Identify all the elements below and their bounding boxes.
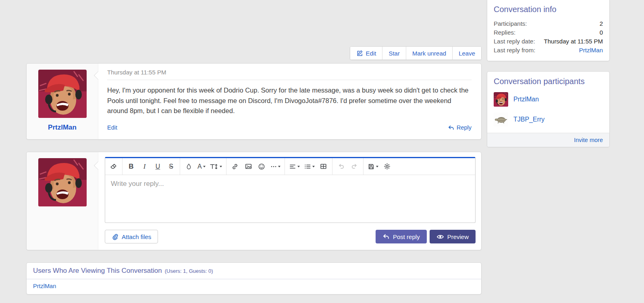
participant-name-link[interactable]: TJBP_Erry: [513, 116, 544, 123]
link-icon[interactable]: [229, 158, 242, 175]
info-label: Replies:: [494, 28, 515, 37]
participant-avatar[interactable]: [494, 92, 508, 107]
info-label: Last reply from:: [494, 46, 535, 55]
settings-gear-icon[interactable]: [380, 158, 394, 175]
mark-unread-button[interactable]: Mark unread: [406, 47, 452, 60]
message-edit-link[interactable]: Edit: [107, 124, 117, 131]
invite-more-link[interactable]: Invite more: [574, 137, 603, 143]
info-value: Thursday at 11:55 PM: [544, 37, 603, 46]
message-body-text: Hey, I'm your opponent for this week of …: [107, 85, 472, 116]
message-block: PrtzlMan Thursday at 11:55 PM Hey, I'm y…: [26, 63, 482, 140]
participant-row: PrtzlMan: [487, 89, 609, 109]
conversation-page: Edit Star Mark unread Leave PrtzlMan Thu…: [0, 0, 644, 303]
conversation-participants-panel: Conversation participants PrtzlMan TJBP_…: [487, 71, 610, 147]
preview-eye-icon: [436, 233, 444, 241]
info-value: 0: [600, 28, 603, 37]
bold-icon[interactable]: B: [125, 158, 138, 175]
viewers-title: Users Who Are Viewing This Conversation: [33, 267, 162, 275]
current-user-avatar[interactable]: [38, 158, 87, 206]
reply-arrow-icon: [448, 124, 455, 131]
sidebar: Conversation info Participants: 2 Replie…: [487, 0, 610, 147]
drafts-save-icon[interactable]: [366, 158, 380, 175]
message-timestamp: Thursday at 11:55 PM: [107, 69, 472, 80]
redo-icon[interactable]: [348, 158, 361, 175]
rich-text-editor: B I U S A: [105, 157, 476, 223]
remove-format-eraser-icon[interactable]: [107, 158, 120, 175]
message-user-cell: PrtzlMan: [27, 64, 98, 139]
undo-icon[interactable]: [334, 158, 348, 175]
attach-files-button[interactable]: Attach files: [105, 230, 158, 243]
viewer-user-link[interactable]: PrtzlMan: [33, 283, 56, 289]
align-icon[interactable]: [287, 158, 302, 175]
table-icon[interactable]: [317, 158, 330, 175]
conversation-info-rows: Participants: 2 Replies: 0 Last reply da…: [494, 19, 603, 55]
conversation-info-title: Conversation info: [494, 5, 603, 14]
editor-footer: Attach files Post reply: [105, 230, 476, 243]
info-row-replies: Replies: 0: [494, 28, 603, 37]
main-column: Edit Star Mark unread Leave PrtzlMan Thu…: [26, 0, 482, 295]
reply-editor-block: B I U S A: [26, 152, 482, 250]
font-family-icon[interactable]: A: [195, 158, 208, 175]
conversation-action-button-group: Edit Star Mark unread Leave: [350, 46, 482, 60]
editor-toolbar: B I U S A: [105, 158, 475, 175]
viewers-block: Users Who Are Viewing This Conversation …: [26, 262, 482, 295]
smiley-icon[interactable]: [255, 158, 268, 175]
info-label: Participants:: [494, 19, 527, 28]
edit-conversation-label: Edit: [366, 50, 376, 57]
leave-conversation-button[interactable]: Leave: [452, 47, 481, 60]
viewers-header: Users Who Are Viewing This Conversation …: [27, 263, 481, 279]
edit-pencil-icon: [356, 50, 363, 57]
message-footer: Edit Reply: [107, 124, 472, 131]
preview-label: Preview: [447, 233, 469, 240]
viewers-body: PrtzlMan: [27, 279, 481, 294]
participants-footer: Invite more: [487, 133, 609, 147]
message-content-cell: Thursday at 11:55 PM Hey, I'm your oppon…: [98, 64, 481, 139]
last-reply-from-user-link[interactable]: PrtzlMan: [579, 46, 603, 55]
info-row-last-reply-from: Last reply from: PrtzlMan: [494, 46, 603, 55]
list-icon[interactable]: [302, 158, 317, 175]
conversation-info-panel: Conversation info Participants: 2 Replie…: [487, 0, 610, 61]
participants-title: Conversation participants: [487, 72, 609, 89]
info-label: Last reply date:: [494, 37, 535, 46]
message-reply-link[interactable]: Reply: [448, 124, 472, 131]
text-color-droplet-icon[interactable]: [182, 158, 195, 175]
reply-text-input[interactable]: Write your reply...: [105, 175, 475, 223]
info-value: 2: [600, 19, 603, 28]
post-reply-button[interactable]: Post reply: [376, 230, 427, 243]
editor-content-cell: B I U S A: [98, 152, 481, 250]
message-reply-label: Reply: [457, 124, 472, 131]
editor-submit-group: Post reply Preview: [376, 230, 476, 243]
info-row-participants: Participants: 2: [494, 19, 603, 28]
editor-user-cell: [27, 152, 98, 250]
italic-icon[interactable]: I: [138, 158, 151, 175]
strikethrough-icon[interactable]: S: [164, 158, 178, 175]
font-size-icon[interactable]: [208, 158, 224, 175]
participant-name-link[interactable]: PrtzlMan: [513, 96, 539, 103]
attach-files-label: Attach files: [122, 233, 151, 240]
message-author-avatar[interactable]: [38, 70, 87, 118]
message-author-username[interactable]: PrtzlMan: [27, 124, 98, 132]
conversation-action-bar: Edit Star Mark unread Leave: [26, 46, 482, 60]
image-icon[interactable]: [242, 158, 255, 175]
more-options-icon[interactable]: [268, 158, 283, 175]
viewers-counts: (Users: 1, Guests: 0): [165, 268, 213, 274]
post-reply-arrow-icon: [382, 233, 390, 240]
underline-icon[interactable]: U: [151, 158, 164, 175]
post-reply-label: Post reply: [393, 233, 420, 240]
preview-button[interactable]: Preview: [430, 230, 476, 243]
star-conversation-button[interactable]: Star: [382, 47, 406, 60]
paperclip-icon: [112, 233, 118, 240]
edit-conversation-button[interactable]: Edit: [350, 47, 382, 60]
participant-row: TJBP_Erry: [487, 109, 609, 130]
info-row-last-reply-date: Last reply date: Thursday at 11:55 PM: [494, 37, 603, 46]
participant-avatar[interactable]: [494, 112, 508, 127]
